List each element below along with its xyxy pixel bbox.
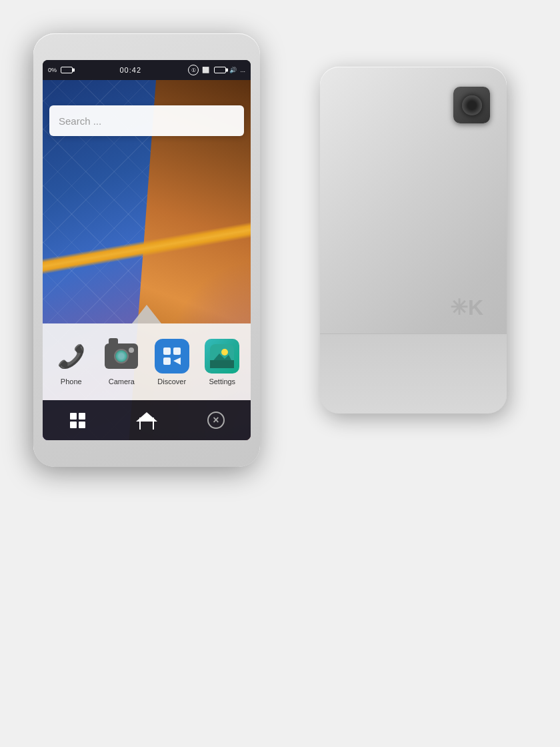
svg-point-5 xyxy=(221,349,228,355)
app-item-phone[interactable]: 📞 Phone xyxy=(48,339,95,386)
home-icon xyxy=(137,411,156,430)
dock-arrow-button[interactable] xyxy=(132,305,161,323)
discover-icon-svg xyxy=(161,345,183,367)
phone-front: 0% 00:42 ① ⬜ 🔊 ... xyxy=(33,33,260,467)
svg-rect-2 xyxy=(163,357,171,365)
battery-percent: 0% xyxy=(48,67,57,73)
phone-app-icon: 📞 xyxy=(54,339,89,374)
notification-badge: ① xyxy=(188,65,199,75)
dots-icon: ... xyxy=(240,67,245,73)
svg-rect-1 xyxy=(173,347,181,355)
up-arrow-icon xyxy=(132,305,161,323)
settings-app-icon xyxy=(205,339,239,374)
battery-icon-2 xyxy=(214,67,226,73)
settings-app-label: Settings xyxy=(209,378,235,386)
phone-back-bottom xyxy=(320,333,507,414)
status-left: 0% xyxy=(48,67,73,73)
app-item-discover[interactable]: Discover xyxy=(149,339,195,386)
grid-cell-1 xyxy=(70,413,77,420)
phone-back: ✳K xyxy=(320,67,507,414)
home-button[interactable] xyxy=(132,406,161,435)
close-button[interactable]: × xyxy=(201,406,231,435)
search-bar[interactable]: Search ... xyxy=(49,105,244,136)
discover-app-icon xyxy=(155,339,189,374)
monitor-icon: ⬜ xyxy=(202,67,209,73)
svg-rect-0 xyxy=(163,347,171,355)
kde-logo: ✳K xyxy=(450,295,483,320)
discover-app-label: Discover xyxy=(157,378,186,386)
app-item-camera[interactable]: Camera xyxy=(98,339,145,386)
camera-app-icon xyxy=(104,339,139,374)
close-icon: × xyxy=(207,412,225,429)
screen: 0% 00:42 ① ⬜ 🔊 ... xyxy=(43,60,251,440)
status-time: 00:42 xyxy=(119,66,141,74)
status-bar: 0% 00:42 ① ⬜ 🔊 ... xyxy=(43,60,251,80)
apps-grid-icon xyxy=(70,413,85,428)
grid-cell-2 xyxy=(79,413,85,420)
camera-lens xyxy=(114,349,129,363)
app-item-settings[interactable]: Settings xyxy=(199,339,245,386)
phone-app-label: Phone xyxy=(61,378,82,386)
battery-icon xyxy=(61,67,73,73)
scene: ✳K 0% 00:42 ① ⬜ 🔊 ... xyxy=(13,13,547,734)
phone-handset-icon: 📞 xyxy=(57,343,85,369)
camera-module xyxy=(453,87,490,123)
volume-icon: 🔊 xyxy=(229,67,237,73)
apps-grid-button[interactable] xyxy=(63,406,92,435)
camera-app-label: Camera xyxy=(109,378,135,386)
wallpaper: Search ... 📞 Phone xyxy=(43,80,251,440)
grid-cell-4 xyxy=(79,422,85,428)
search-placeholder: Search ... xyxy=(59,115,101,127)
camera-flash xyxy=(129,347,134,353)
status-right: ① ⬜ 🔊 ... xyxy=(188,65,245,75)
camera-body xyxy=(105,343,138,369)
nav-bar: × xyxy=(43,400,251,440)
svg-rect-7 xyxy=(210,360,234,368)
grid-cell-3 xyxy=(70,422,77,428)
app-dock: 📞 Phone Camera xyxy=(43,323,251,400)
svg-marker-3 xyxy=(173,357,181,365)
settings-icon-svg xyxy=(210,344,234,368)
